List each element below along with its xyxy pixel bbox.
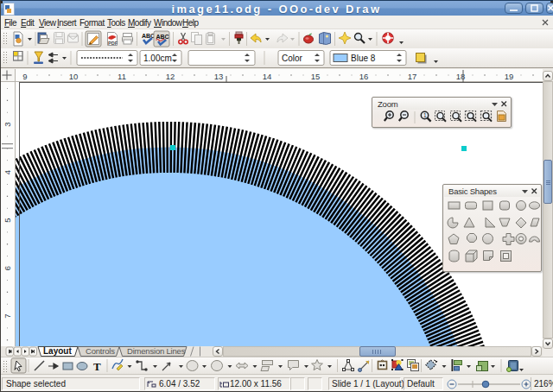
- svg-text:18: 18: [456, 72, 466, 81]
- svg-text:17: 17: [408, 72, 417, 81]
- svg-text:9: 9: [22, 72, 27, 81]
- svg-text:13: 13: [214, 72, 224, 81]
- svg-text:19: 19: [505, 72, 514, 81]
- svg-text:PDF: PDF: [108, 41, 118, 46]
- svg-text:Layout: Layout: [43, 346, 72, 356]
- svg-text:11: 11: [118, 72, 126, 81]
- svg-text:14: 14: [263, 72, 272, 81]
- svg-text:7: 7: [3, 313, 12, 318]
- svg-text:4: 4: [3, 170, 12, 174]
- svg-text:6: 6: [3, 266, 12, 270]
- svg-text:Blue 8: Blue 8: [351, 54, 376, 63]
- svg-text:10: 10: [69, 72, 79, 81]
- svg-text:16: 16: [359, 72, 369, 81]
- svg-text:Dimension Lines: Dimension Lines: [127, 346, 186, 356]
- svg-text:Controls: Controls: [86, 346, 115, 356]
- svg-text:3: 3: [3, 122, 12, 126]
- svg-text:ABC: ABC: [156, 34, 169, 40]
- svg-text:ABC: ABC: [142, 33, 155, 39]
- svg-text:12: 12: [166, 72, 175, 81]
- svg-text:15: 15: [311, 72, 321, 81]
- svg-text:Color: Color: [282, 54, 303, 63]
- svg-text:1: 1: [423, 112, 427, 118]
- svg-text:1.00cm: 1.00cm: [143, 54, 172, 63]
- svg-text:T: T: [93, 360, 101, 373]
- svg-text:5: 5: [3, 218, 12, 222]
